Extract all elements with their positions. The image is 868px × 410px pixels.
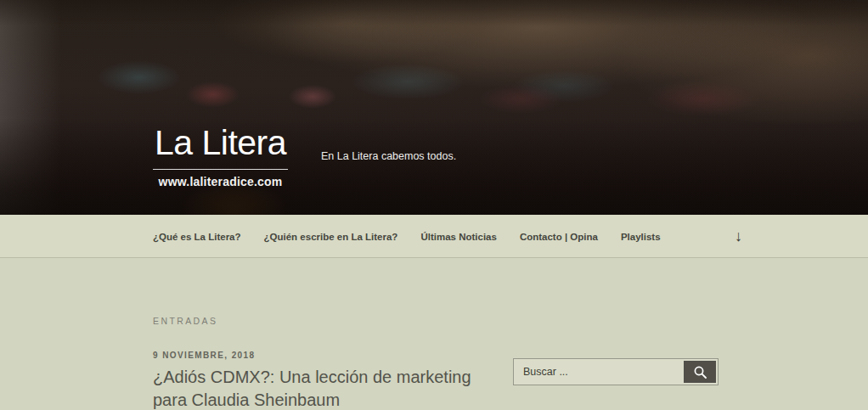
nav-list: ¿Qué es La Litera? ¿Quién escribe en La … [153, 215, 661, 257]
content-area: ENTRADAS 9 NOVIEMBRE, 2018 ¿Adiós CDMX?:… [0, 258, 868, 410]
site-branding: La Litera www.laliteradice.com [153, 124, 288, 188]
nav-item: Playlists [621, 228, 661, 244]
section-label-entradas: ENTRADAS [153, 316, 868, 326]
site-url: www.laliteradice.com [153, 175, 288, 188]
site-title[interactable]: La Litera [153, 124, 288, 170]
nav-item-contacto-opina[interactable]: Contacto | Opina [520, 232, 598, 242]
search-button[interactable] [684, 361, 716, 383]
nav-item-quien-escribe[interactable]: ¿Quién escribe en La Litera? [264, 232, 398, 242]
page: La Litera www.laliteradice.com En La Lit… [0, 0, 868, 410]
nav-item: ¿Qué es La Litera? [153, 228, 241, 244]
nav-item-playlists[interactable]: Playlists [621, 232, 661, 242]
post-date: 9 NOVIEMBRE, 2018 [153, 351, 868, 360]
main-nav: ¿Qué es La Litera? ¿Quién escribe en La … [0, 215, 868, 258]
nav-item: Últimas Noticias [420, 228, 496, 244]
search-input[interactable] [514, 359, 684, 385]
post-title-link[interactable]: ¿Adiós CDMX?: Una lección de marketing p… [153, 366, 868, 410]
post-title-line-2: para Claudia Sheinbaum [153, 389, 868, 410]
post-entry: 9 NOVIEMBRE, 2018 ¿Adiós CDMX?: Una lecc… [153, 351, 868, 410]
search-form [513, 358, 719, 385]
site-tagline: En La Litera cabemos todos. [321, 150, 456, 162]
header-image: La Litera www.laliteradice.com En La Lit… [0, 0, 868, 215]
search-icon [693, 365, 707, 379]
post-title-line-1: ¿Adiós CDMX?: Una lección de marketing [153, 366, 868, 389]
nav-item: ¿Quién escribe en La Litera? [264, 228, 398, 244]
scroll-down-icon[interactable]: ↓ [735, 228, 742, 244]
nav-item-que-es-la-litera[interactable]: ¿Qué es La Litera? [153, 232, 241, 242]
nav-item-ultimas-noticias[interactable]: Últimas Noticias [420, 232, 496, 242]
nav-item: Contacto | Opina [520, 228, 598, 244]
